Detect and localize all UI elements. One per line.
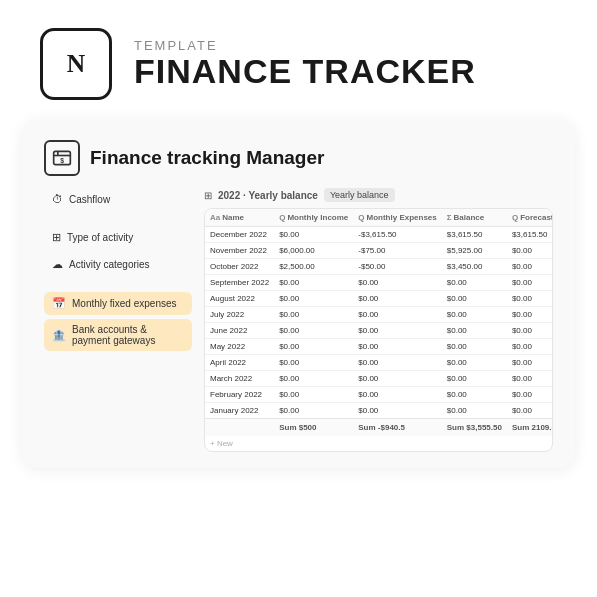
sidebar-divider-1	[44, 214, 192, 222]
sidebar-item-type-of-activity[interactable]: ⊞ Type of activity	[44, 226, 192, 249]
svg-text:$: $	[60, 157, 64, 165]
cell-name: September 2022	[205, 275, 274, 291]
cell-name: March 2022	[205, 371, 274, 387]
cell-expenses: $0.00	[353, 371, 441, 387]
table-row: August 2022 $0.00 $0.00 $0.00 $0.00 $0.0…	[205, 291, 553, 307]
table-footer-row: Sum $500 Sum -$940.5 Sum $3,555.50 Sum 2…	[205, 419, 553, 437]
view-bar: ⊞ 2022 · Yearly balance Yearly balance	[204, 188, 553, 202]
page-icon: $	[44, 140, 80, 176]
table-row: October 2022 $2,500.00 -$50.00 $3,450.00…	[205, 259, 553, 275]
cell-income: $0.00	[274, 307, 353, 323]
table-row: July 2022 $0.00 $0.00 $0.00 $0.00 $6,000…	[205, 307, 553, 323]
sidebar-item-label: Type of activity	[67, 232, 133, 243]
sidebar-item-label: Monthly fixed expenses	[72, 298, 177, 309]
cell-name: January 2022	[205, 403, 274, 419]
table-row: November 2022 $6,000.00 -$75.00 $5,925.0…	[205, 243, 553, 259]
cell-income: $0.00	[274, 227, 353, 243]
view-type-icon: ⊞	[204, 190, 212, 201]
sidebar-item-label: Bank accounts & payment gateways	[72, 324, 184, 346]
cell-balance: $0.00	[442, 371, 507, 387]
footer-empty	[205, 419, 274, 437]
view-year-label: 2022 · Yearly balance	[218, 190, 318, 201]
cell-balance: $0.00	[442, 339, 507, 355]
cell-name: February 2022	[205, 387, 274, 403]
cell-balance: $0.00	[442, 403, 507, 419]
table-row: February 2022 $0.00 $0.00 $0.00 $0.00 $0…	[205, 387, 553, 403]
cell-expenses: $0.00	[353, 387, 441, 403]
cell-forecast: $0.00	[507, 323, 553, 339]
cell-balance: $3,450.00	[442, 259, 507, 275]
sidebar-item-cashflow[interactable]: ⏱ Cashflow	[44, 188, 192, 210]
cell-name: July 2022	[205, 307, 274, 323]
activity-categories-icon: ☁	[52, 258, 63, 271]
cell-income: $0.00	[274, 371, 353, 387]
col-name: AaName	[205, 209, 274, 227]
cell-income: $2,500.00	[274, 259, 353, 275]
footer-expenses-sum: Sum -$940.5	[353, 419, 441, 437]
cell-balance: $0.00	[442, 307, 507, 323]
cell-expenses: $0.00	[353, 355, 441, 371]
footer-balance-sum: Sum $3,555.50	[442, 419, 507, 437]
cell-expenses: $0.00	[353, 291, 441, 307]
notion-logo: N	[40, 28, 112, 100]
sidebar-item-label: Activity categories	[69, 259, 150, 270]
table-row: September 2022 $0.00 $0.00 $0.00 $0.00 $…	[205, 275, 553, 291]
cell-forecast: $0.00	[507, 403, 553, 419]
sidebar: ⏱ Cashflow ⊞ Type of activity ☁ Activity…	[44, 188, 192, 452]
cell-balance: $0.00	[442, 291, 507, 307]
cell-balance: $5,925.00	[442, 243, 507, 259]
cell-balance: $0.00	[442, 323, 507, 339]
col-monthly-income: QMonthly Income	[274, 209, 353, 227]
footer-forecast-sum: Sum 2109.5	[507, 419, 553, 437]
cell-balance: $0.00	[442, 355, 507, 371]
cell-forecast: $0.00	[507, 307, 553, 323]
cell-income: $0.00	[274, 323, 353, 339]
page-title: Finance tracking Manager	[90, 147, 324, 169]
footer-income-sum: Sum $500	[274, 419, 353, 437]
cell-forecast: $0.00	[507, 259, 553, 275]
main-title: FINANCE TRACKER	[134, 53, 476, 90]
sidebar-item-activity-categories[interactable]: ☁ Activity categories	[44, 253, 192, 276]
bank-accounts-icon: 🏦	[52, 329, 66, 342]
cell-income: $0.00	[274, 291, 353, 307]
col-balance: ΣBalance	[442, 209, 507, 227]
data-table: AaName QMonthly Income QMonthly Expenses…	[204, 208, 553, 452]
cell-balance: $0.00	[442, 275, 507, 291]
cell-name: June 2022	[205, 323, 274, 339]
cell-income: $6,000.00	[274, 243, 353, 259]
cell-balance: $0.00	[442, 387, 507, 403]
cashflow-icon: ⏱	[52, 193, 63, 205]
sidebar-item-bank-accounts[interactable]: 🏦 Bank accounts & payment gateways	[44, 319, 192, 351]
table-row: May 2022 $0.00 $0.00 $0.00 $0.00 $0.00	[205, 339, 553, 355]
view-tab[interactable]: Yearly balance	[324, 188, 395, 202]
finance-table: AaName QMonthly Income QMonthly Expenses…	[205, 209, 553, 436]
table-header-row: AaName QMonthly Income QMonthly Expenses…	[205, 209, 553, 227]
table-row: January 2022 $0.00 $0.00 $0.00 $0.00 $0.…	[205, 403, 553, 419]
col-forecast: QForecast	[507, 209, 553, 227]
cell-expenses: $0.00	[353, 339, 441, 355]
cell-forecast: $0.00	[507, 339, 553, 355]
cell-expenses: $0.00	[353, 323, 441, 339]
cell-expenses: -$3,615.50	[353, 227, 441, 243]
type-of-activity-icon: ⊞	[52, 231, 61, 244]
col-monthly-expenses: QMonthly Expenses	[353, 209, 441, 227]
cell-name: May 2022	[205, 339, 274, 355]
cell-name: December 2022	[205, 227, 274, 243]
cell-income: $0.00	[274, 275, 353, 291]
main-layout: ⏱ Cashflow ⊞ Type of activity ☁ Activity…	[44, 188, 553, 452]
cell-name: November 2022	[205, 243, 274, 259]
cell-forecast: $3,615.50	[507, 227, 553, 243]
cell-income: $0.00	[274, 339, 353, 355]
sidebar-divider-2	[44, 280, 192, 288]
table-row: April 2022 $0.00 $0.00 $0.00 $0.00 $0.00	[205, 355, 553, 371]
page-title-row: $ Finance tracking Manager	[44, 140, 553, 176]
cell-forecast: $0.00	[507, 243, 553, 259]
table-row: March 2022 $0.00 $0.00 $0.00 $0.00 $0.00	[205, 371, 553, 387]
cell-expenses: $0.00	[353, 403, 441, 419]
table-body: December 2022 $0.00 -$3,615.50 $3,615.50…	[205, 227, 553, 419]
sidebar-item-label: Cashflow	[69, 194, 110, 205]
new-row-button[interactable]: + New	[205, 436, 552, 451]
template-label: TEMPLATE	[134, 38, 476, 53]
sidebar-item-monthly-fixed-expenses[interactable]: 📅 Monthly fixed expenses	[44, 292, 192, 315]
cell-name: April 2022	[205, 355, 274, 371]
